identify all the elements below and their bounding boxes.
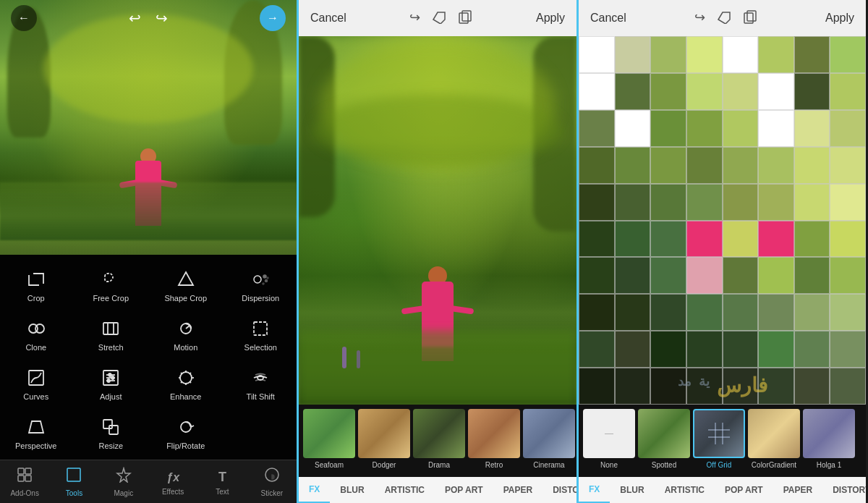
next-button[interactable]: → (260, 5, 286, 31)
flower2 (357, 350, 360, 368)
undo-icon[interactable]: ↩ (129, 9, 141, 27)
right-category-fx[interactable]: FX (579, 477, 610, 503)
category-paper[interactable]: PAPER (493, 477, 542, 503)
middle-panel: Cancel ↪ Apply (297, 0, 579, 503)
category-blur[interactable]: BLUR (330, 477, 374, 503)
tool-dispersion[interactable]: Dispersion (225, 262, 297, 308)
category-pop-art[interactable]: POP ART (435, 477, 493, 503)
redo-icon[interactable]: ↪ (156, 9, 168, 27)
grid-cell (758, 110, 794, 147)
svg-line-12 (186, 326, 190, 329)
svg-rect-8 (103, 323, 118, 334)
right-apply-button[interactable]: Apply (825, 12, 854, 25)
color-gradient-label: ColorGradient (752, 461, 796, 469)
enhance-label: Enhance (170, 392, 201, 401)
grid-cell (579, 184, 615, 221)
left-panel: ← ↩ ↪ → Crop Free Crop (0, 0, 297, 503)
tool-selection[interactable]: Selection (225, 311, 297, 358)
bottom-bar: Add-Ons Tools Magic ƒx Effect (0, 460, 297, 503)
stretch-label: Stretch (98, 343, 124, 352)
svg-marker-0 (179, 272, 193, 285)
tool-adjust[interactable]: Adjust (75, 360, 148, 407)
right-copy-icon[interactable] (743, 9, 757, 28)
grid-cell (579, 110, 615, 147)
tool-clone[interactable]: Clone (0, 311, 72, 358)
add-ons-label: Add-Ons (10, 489, 38, 497)
grid-cell (579, 331, 615, 368)
right-redo-icon[interactable]: ↪ (694, 9, 705, 28)
tool-stretch[interactable]: Stretch (75, 311, 148, 358)
grid-cell (615, 257, 651, 294)
middle-cancel-button[interactable]: Cancel (310, 12, 346, 25)
right-cancel-button[interactable]: Cancel (590, 12, 626, 25)
right-category-pop-art[interactable]: POP ART (715, 477, 773, 503)
selection-label: Selection (244, 343, 277, 352)
filter-seafoam[interactable]: Seafoam (303, 409, 355, 473)
category-fx[interactable]: FX (299, 477, 330, 503)
grid-cell (650, 331, 686, 368)
filter-retro[interactable]: Retro (468, 409, 520, 473)
svg-point-7 (35, 324, 44, 333)
right-filter-off-grid[interactable]: Off Grid (693, 409, 745, 473)
tool-tilt-shift[interactable]: Tilt Shift (225, 360, 297, 407)
tool-shape-crop[interactable]: Shape Crop (150, 262, 222, 308)
filter-dodger[interactable]: Dodger (358, 409, 410, 473)
grid-cell (723, 147, 759, 184)
middle-apply-button[interactable]: Apply (536, 12, 565, 25)
right-category-distort[interactable]: DISTORT (822, 477, 866, 503)
adjust-label: Adjust (100, 392, 122, 401)
svg-marker-43 (433, 12, 445, 24)
right-category-paper[interactable]: PAPER (773, 477, 822, 503)
grid-cell (686, 221, 723, 258)
grid-cell (650, 221, 686, 258)
middle-eraser-icon[interactable] (432, 9, 446, 28)
grid-cell (579, 36, 615, 73)
undo-redo-group: ↩ ↪ (129, 9, 168, 27)
right-filter-color-gradient[interactable]: ColorGradient (748, 409, 800, 473)
tab-sticker[interactable]: Sticker (247, 460, 297, 503)
tab-magic[interactable]: Magic (99, 460, 148, 503)
tool-curves[interactable]: Curves (0, 360, 72, 407)
middle-filter-strip: Seafoam Dodger Drama Retro Cinerama (299, 405, 576, 477)
middle-redo-icon[interactable]: ↪ (409, 9, 420, 28)
category-distort[interactable]: DISTORT (542, 477, 576, 503)
tool-flip-rotate[interactable]: Flip/Rotate (150, 410, 222, 456)
free-crop-label: Free Crop (93, 294, 129, 303)
tab-text[interactable]: T Text (197, 460, 247, 503)
add-ons-icon (17, 467, 33, 486)
filter-drama[interactable]: Drama (413, 409, 465, 473)
grid-cell (686, 331, 723, 368)
right-filter-holga[interactable]: Holga 1 (803, 409, 855, 473)
tool-free-crop[interactable]: Free Crop (75, 262, 148, 308)
tool-motion[interactable]: Motion (150, 311, 222, 358)
tool-resize[interactable]: Resize (75, 410, 148, 456)
right-filter-none[interactable]: — None (583, 409, 635, 473)
grid-cell (650, 73, 686, 110)
dispersion-label: Dispersion (242, 294, 279, 303)
clone-icon (25, 317, 48, 340)
grid-cell (758, 147, 794, 184)
back-button[interactable]: ← (11, 5, 37, 31)
tool-crop[interactable]: Crop (0, 262, 72, 308)
text-icon: T (218, 468, 226, 485)
middle-copy-icon[interactable] (458, 9, 472, 28)
right-filter-spotted[interactable]: Spotted (638, 409, 690, 473)
resize-icon (99, 415, 122, 439)
svg-rect-36 (18, 468, 24, 474)
tool-enhance[interactable]: Enhance (150, 360, 222, 407)
grid-cell (723, 294, 759, 331)
grid-cell (579, 147, 615, 184)
tool-perspective[interactable]: Perspective (0, 410, 72, 456)
drama-label: Drama (428, 461, 450, 469)
tab-effects[interactable]: ƒx Effects (148, 460, 197, 503)
grid-cell (615, 147, 651, 184)
category-artistic[interactable]: ARTISTIC (375, 477, 435, 503)
motion-icon (174, 317, 197, 340)
right-eraser-icon[interactable] (717, 9, 731, 28)
filter-cinerama[interactable]: Cinerama (523, 409, 575, 473)
tab-add-ons[interactable]: Add-Ons (0, 460, 49, 503)
right-category-artistic[interactable]: ARTISTIC (655, 477, 715, 503)
tab-tools[interactable]: Tools (49, 460, 98, 503)
right-category-blur[interactable]: BLUR (610, 477, 654, 503)
grid-cell (650, 294, 686, 331)
